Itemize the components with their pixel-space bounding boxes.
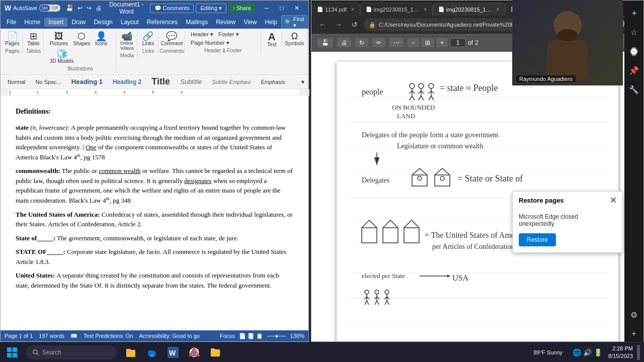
- comment-btn[interactable]: 💬 Comment: [159, 31, 185, 47]
- styles-more-btn[interactable]: ▾: [301, 78, 304, 85]
- tab-close-0[interactable]: ✕: [351, 7, 355, 12]
- pdf-print-btn[interactable]: 🖨: [337, 38, 351, 47]
- online-video-btn[interactable]: 📹 OnlineVideos: [118, 31, 136, 52]
- video-area: Raymundo Aguadiero: [512, 0, 623, 85]
- style-heading1[interactable]: Heading 1: [68, 77, 106, 86]
- pdf-rotate-btn[interactable]: ↻: [355, 38, 368, 47]
- menu-view[interactable]: View: [240, 18, 261, 27]
- pdf-zoom-fit-btn[interactable]: ⊞: [421, 38, 434, 47]
- symbols-btn[interactable]: Ω Symbols: [283, 31, 306, 47]
- page-number-btn[interactable]: Page Number ▾: [189, 39, 231, 47]
- menu-design[interactable]: Design: [90, 18, 116, 27]
- menu-references[interactable]: References: [143, 18, 182, 27]
- edge-tab-0[interactable]: 📄 1134.pdf ✕: [311, 3, 360, 16]
- redo-btn[interactable]: ↪: [85, 4, 93, 12]
- menu-home[interactable]: Home: [20, 18, 44, 27]
- collections-side-btn[interactable]: 📌: [625, 62, 642, 79]
- pages-label: Pages: [5, 41, 19, 46]
- refresh-btn[interactable]: ↺: [348, 18, 362, 32]
- tab-close-2[interactable]: ✕: [496, 7, 500, 12]
- close-btn[interactable]: ✕: [289, 1, 304, 16]
- icons-btn[interactable]: 👤 Icons: [93, 31, 109, 47]
- header-btn[interactable]: Header ▾: [189, 31, 215, 38]
- term-usa: The United States of America:: [16, 211, 100, 218]
- menu-insert[interactable]: Insert: [44, 18, 67, 27]
- style-heading2[interactable]: Heading 2: [110, 78, 144, 86]
- editing-btn[interactable]: Editing ▾: [196, 4, 226, 13]
- svg-rect-98: [126, 350, 135, 357]
- style-title[interactable]: Title: [148, 76, 173, 87]
- print-btn[interactable]: 🖨: [94, 4, 103, 12]
- style-subtitle[interactable]: Subtitle: [177, 77, 205, 86]
- start-btn[interactable]: [0, 342, 24, 363]
- undo-btn[interactable]: ↩: [76, 4, 84, 12]
- pages-btn[interactable]: 📄 Pages: [3, 31, 21, 47]
- taskbar-search[interactable]: Search: [26, 345, 117, 359]
- style-emphasis[interactable]: Emphasis: [258, 78, 288, 85]
- status-spell-icon: 📖: [70, 333, 77, 339]
- zoom-slider[interactable]: ──●──: [267, 333, 286, 339]
- taskbar-explorer2[interactable]: [205, 342, 225, 363]
- menu-mailings[interactable]: Mailings: [182, 18, 212, 27]
- table-btn[interactable]: ⊞ Table: [26, 31, 42, 47]
- pdf-draw-btn[interactable]: ✏: [372, 38, 385, 47]
- doc-scroll[interactable]: Definitions: state (n, lowercase): A peo…: [1, 96, 308, 330]
- maximize-btn[interactable]: □: [274, 1, 289, 16]
- pdf-page-input[interactable]: [450, 38, 466, 47]
- minimize-btn[interactable]: ─: [259, 1, 274, 16]
- ribbon-comments-items: 💬 Comment: [159, 31, 185, 47]
- ribbon-links-items: 🔗 Links: [140, 31, 156, 47]
- taskbar-clock[interactable]: 2:28 PM 8/15/2023: [608, 345, 633, 359]
- taskbar-file-explorer[interactable]: [121, 342, 141, 363]
- menu-file[interactable]: File: [3, 18, 20, 27]
- footer-btn[interactable]: Footer ▾: [216, 31, 241, 38]
- sidebar-settings-btn[interactable]: ⚙: [625, 306, 642, 323]
- edge-tab-2[interactable]: 📄 img20230815_13503134.pdf ✕: [433, 3, 505, 16]
- state-of-body: The government, commonwealth, or legisla…: [57, 234, 238, 242]
- tab-close-1[interactable]: ✕: [423, 7, 427, 12]
- taskbar-chrome[interactable]: [184, 342, 204, 363]
- pdf-more-btn[interactable]: ⋯: [389, 38, 404, 47]
- comments-icon: 💬: [154, 5, 162, 12]
- notif-close-btn[interactable]: ✕: [610, 196, 616, 205]
- links-btn[interactable]: 🔗 Links: [140, 31, 156, 47]
- pdf-prev-btn[interactable]: −: [408, 38, 419, 47]
- ribbon-symbols-items: Ω Symbols: [283, 31, 306, 47]
- pdf-next-btn[interactable]: +: [436, 38, 448, 47]
- pdf-save-btn[interactable]: 💾: [317, 38, 333, 47]
- style-normal[interactable]: Normal: [5, 78, 28, 85]
- comments-btn[interactable]: 💬 Comments: [150, 4, 194, 13]
- show-desktop-btn[interactable]: [637, 345, 640, 360]
- address-bar[interactable]: 🔒 C:/Users/raysu/Documents/Aguadiero.net…: [364, 18, 535, 31]
- tools-side-btn[interactable]: 🔧: [625, 81, 642, 98]
- taskbar-edge[interactable]: [142, 342, 162, 363]
- menu-review[interactable]: Review: [212, 18, 239, 27]
- 3d-models-btn[interactable]: 🧊 3D Models: [48, 48, 76, 65]
- autosave-toggle[interactable]: On Off: [39, 5, 60, 12]
- text-btn[interactable]: A Text: [264, 31, 280, 48]
- menu-layout[interactable]: Layout: [117, 18, 143, 27]
- focus-btn[interactable]: Focus: [220, 333, 235, 339]
- forward-btn[interactable]: →: [332, 18, 346, 32]
- sidebar-add-btn[interactable]: +: [625, 325, 642, 341]
- pictures-btn[interactable]: 🖼 Pictures: [48, 31, 70, 47]
- svg-text:5: 5: [152, 90, 154, 94]
- menu-help[interactable]: Help: [261, 18, 281, 27]
- volume-icon[interactable]: 🔊: [583, 348, 592, 356]
- statusbar-right: Focus 📄 📑 📋 ──●── 130%: [220, 333, 304, 339]
- save-quick-btn[interactable]: 💾: [64, 4, 75, 12]
- style-subtle-emphasis[interactable]: Subtle Emphasi: [209, 78, 254, 85]
- edge-sidebar: ✦ ☆ ⌚ 📌 🔧 ⚙ +: [624, 34, 643, 341]
- taskbar-word[interactable]: W: [163, 342, 183, 363]
- back-btn[interactable]: ←: [315, 18, 330, 32]
- find-btn[interactable]: 🔍 Find ▾: [281, 15, 307, 30]
- share-btn[interactable]: ↑ Share: [228, 4, 255, 12]
- shapes-btn[interactable]: ⬡ Shapes: [71, 31, 92, 47]
- edge-tab-1[interactable]: 📄 img20230815_14050779.pdf ✕: [360, 3, 433, 16]
- menu-draw[interactable]: Draw: [67, 18, 90, 27]
- style-no-spacing[interactable]: No Spac...: [32, 78, 64, 85]
- favorites-side-btn[interactable]: ☆: [625, 34, 642, 41]
- network-icon[interactable]: 🌐: [573, 348, 581, 356]
- notif-restore-btn[interactable]: Restore: [519, 233, 556, 246]
- history-side-btn[interactable]: ⌚: [625, 43, 642, 60]
